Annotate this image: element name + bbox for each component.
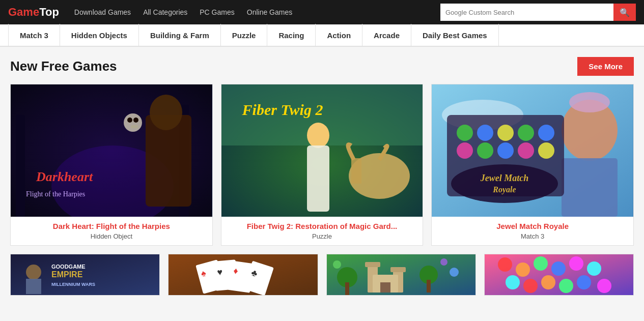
logo[interactable]: Game Top xyxy=(8,6,59,19)
game-info-darkheart: Dark Heart: Flight of the Harpies Hidden… xyxy=(11,217,212,245)
svg-point-15 xyxy=(307,123,329,148)
svg-point-77 xyxy=(559,279,573,293)
game-card-gems[interactable] xyxy=(484,254,634,296)
section-title: New Free Games xyxy=(10,59,117,74)
game-card-fibertwig[interactable]: Fiber Twig 2 Fiber Twig 2: Restoration o… xyxy=(221,84,424,246)
svg-rect-61 xyxy=(345,282,349,295)
svg-point-29 xyxy=(538,125,554,141)
cat-action[interactable]: Action xyxy=(316,24,362,46)
svg-point-35 xyxy=(451,164,558,203)
search-button[interactable]: 🔍 xyxy=(613,4,636,21)
cat-hidden-objects[interactable]: Hidden Objects xyxy=(60,24,139,46)
svg-point-39 xyxy=(26,265,41,280)
svg-point-72 xyxy=(569,256,583,271)
cat-racing[interactable]: Racing xyxy=(267,24,316,46)
search-input[interactable] xyxy=(440,4,613,21)
game-thumb-gems xyxy=(485,254,633,295)
svg-rect-40 xyxy=(26,279,41,294)
game-thumb-cards: ♠ ♥ ♦ ♣ xyxy=(169,254,317,295)
svg-point-69 xyxy=(516,262,530,277)
games-grid-bottom: GOODGAME EMPIRE MILLENNIUM WARS xyxy=(10,254,634,296)
game-card-empire[interactable]: GOODGAME EMPIRE MILLENNIUM WARS xyxy=(10,254,160,296)
cat-daily-best[interactable]: Daily Best Games xyxy=(411,24,499,46)
game-thumb-jewelmatch: Jewel Match Royale xyxy=(432,84,633,217)
svg-text:EMPIRE: EMPIRE xyxy=(51,270,83,279)
svg-point-7 xyxy=(127,118,132,123)
nav-download-games[interactable]: Download Games xyxy=(74,8,131,16)
svg-point-66 xyxy=(450,268,459,277)
svg-point-64 xyxy=(333,260,341,269)
svg-point-5 xyxy=(150,95,182,130)
svg-rect-22 xyxy=(562,158,618,217)
nav-online-games[interactable]: Online Games xyxy=(247,8,292,16)
game-info-jewelmatch: Jewel Match Royale Match 3 xyxy=(432,217,633,245)
svg-point-76 xyxy=(541,275,555,289)
svg-point-33 xyxy=(518,142,534,159)
svg-rect-16 xyxy=(307,145,329,212)
svg-point-23 xyxy=(569,92,610,112)
svg-rect-59 xyxy=(380,282,390,293)
svg-text:Darkheart: Darkheart xyxy=(36,169,93,184)
svg-point-71 xyxy=(551,261,566,276)
svg-point-65 xyxy=(440,258,447,266)
svg-point-28 xyxy=(518,125,534,141)
svg-point-70 xyxy=(534,256,548,271)
games-grid-top: Darkheart Flight of the Harpies Dark Hea… xyxy=(10,84,634,246)
cat-puzzle[interactable]: Puzzle xyxy=(221,24,268,46)
game-card-cards[interactable]: ♠ ♥ ♦ ♣ xyxy=(168,254,318,296)
cat-arcade[interactable]: Arcade xyxy=(362,24,411,46)
svg-text:Fiber Twig 2: Fiber Twig 2 xyxy=(241,101,323,118)
svg-point-8 xyxy=(133,118,138,123)
game-card-jewelmatch[interactable]: Jewel Match Royale Jewel Match Royale Ma… xyxy=(431,84,634,246)
svg-text:♥: ♥ xyxy=(217,267,223,278)
svg-text:Jewel Match: Jewel Match xyxy=(480,173,529,183)
game-info-fibertwig: Fiber Twig 2: Restoration of Magic Gard.… xyxy=(221,217,423,245)
game-thumb-fibertwig: Fiber Twig 2 xyxy=(221,84,423,217)
game-genre-darkheart: Hidden Object xyxy=(17,232,206,240)
svg-point-6 xyxy=(124,113,142,132)
svg-rect-18 xyxy=(351,158,361,184)
svg-text:Flight of the Harpies: Flight of the Harpies xyxy=(26,190,85,198)
nav-all-categories[interactable]: All Categories xyxy=(143,8,187,16)
game-title-fibertwig: Fiber Twig 2: Restoration of Magic Gard.… xyxy=(228,222,417,230)
game-thumb-empire: GOODGAME EMPIRE MILLENNIUM WARS xyxy=(11,254,159,295)
svg-point-74 xyxy=(506,275,520,289)
svg-rect-55 xyxy=(365,262,380,267)
game-thumb-village xyxy=(327,254,475,295)
svg-point-78 xyxy=(577,275,591,289)
svg-text:Royale: Royale xyxy=(493,185,516,194)
svg-rect-1 xyxy=(16,115,25,217)
svg-point-32 xyxy=(497,142,514,159)
game-genre-jewelmatch: Match 3 xyxy=(438,232,627,240)
cat-match3[interactable]: Match 3 xyxy=(8,24,60,46)
svg-point-75 xyxy=(523,279,538,293)
main-content: New Free Games See More xyxy=(0,47,644,301)
svg-text:MILLENNIUM WARS: MILLENNIUM WARS xyxy=(51,282,95,287)
logo-game: Game xyxy=(8,6,39,19)
svg-point-79 xyxy=(597,279,611,293)
game-card-village[interactable] xyxy=(326,254,476,296)
search-icon: 🔍 xyxy=(620,8,630,17)
see-more-button[interactable]: See More xyxy=(577,57,634,76)
game-card-darkheart[interactable]: Darkheart Flight of the Harpies Dark Hea… xyxy=(10,84,213,246)
game-thumb-darkheart: Darkheart Flight of the Harpies xyxy=(11,84,212,217)
svg-point-31 xyxy=(477,142,493,159)
search-wrap: 🔍 xyxy=(440,4,636,21)
svg-point-30 xyxy=(457,142,473,159)
logo-top: Top xyxy=(39,6,59,19)
svg-point-68 xyxy=(498,257,512,272)
svg-rect-63 xyxy=(427,280,431,293)
cat-building-farm[interactable]: Building & Farm xyxy=(139,24,221,46)
nav-pc-games[interactable]: PC Games xyxy=(200,8,234,16)
game-title-jewelmatch: Jewel Match Royale xyxy=(438,222,627,230)
svg-point-73 xyxy=(587,261,601,276)
svg-point-25 xyxy=(457,125,473,141)
svg-point-27 xyxy=(497,125,514,141)
game-title-darkheart: Dark Heart: Flight of the Harpies xyxy=(17,222,206,230)
svg-point-34 xyxy=(538,142,554,159)
category-nav: Match 3 Hidden Objects Building & Farm P… xyxy=(0,24,644,47)
section-header: New Free Games See More xyxy=(10,57,634,76)
svg-text:GOODGAME: GOODGAME xyxy=(51,264,86,270)
top-bar: Game Top Download Games All Categories P… xyxy=(0,0,644,24)
game-genre-fibertwig: Puzzle xyxy=(228,232,417,240)
